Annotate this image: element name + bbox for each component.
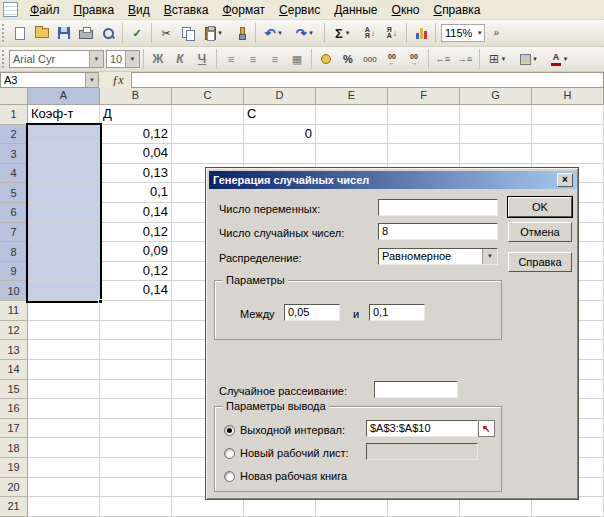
row-header-3[interactable]: 3 [0, 144, 28, 164]
cell-H3[interactable] [532, 144, 604, 164]
sort-descending-button[interactable]: Я А↓ [381, 22, 403, 44]
menu-format[interactable]: Формат [215, 1, 272, 19]
cell-E2[interactable] [316, 125, 388, 145]
cell-B3[interactable]: 0,04 [100, 144, 172, 164]
toolbar-options-button[interactable]: » [485, 22, 507, 44]
cell-B7[interactable]: 0,12 [100, 223, 172, 243]
cell-D3[interactable] [244, 144, 316, 164]
num-randoms-input[interactable]: 8 [378, 223, 498, 240]
row-header-13[interactable]: 13 [0, 340, 28, 360]
print-button[interactable] [75, 22, 97, 44]
format-painter-button[interactable] [230, 22, 252, 44]
between-high-input[interactable]: 0,1 [369, 304, 425, 321]
cell-F21[interactable] [388, 497, 460, 517]
cell-B12[interactable] [100, 321, 172, 341]
output-range-radio[interactable] [224, 425, 235, 436]
chevron-down-icon[interactable]: ▼ [86, 72, 99, 88]
print-preview-button[interactable] [97, 22, 119, 44]
name-box[interactable]: A3 [0, 72, 86, 88]
cell-H21[interactable] [532, 497, 604, 517]
cell-B19[interactable] [100, 458, 172, 478]
cut-button[interactable]: ✂ [155, 22, 177, 44]
save-button[interactable] [53, 22, 75, 44]
cell-F1[interactable] [388, 105, 460, 125]
between-low-input[interactable]: 0,05 [284, 304, 340, 321]
increase-indent-button[interactable]: →≡ [454, 48, 476, 70]
menu-insert[interactable]: Вставка [157, 1, 216, 19]
cell-A13[interactable] [28, 340, 100, 360]
chart-wizard-button[interactable] [410, 22, 432, 44]
row-header-6[interactable]: 6 [0, 203, 28, 223]
row-header-8[interactable]: 8 [0, 242, 28, 262]
cell-H2[interactable] [532, 125, 604, 145]
cell-B6[interactable]: 0,14 [100, 203, 172, 223]
cell-E3[interactable] [316, 144, 388, 164]
row-header-16[interactable]: 16 [0, 399, 28, 419]
cell-A1[interactable]: Коэф-т [28, 105, 100, 125]
sort-ascending-button[interactable]: А Я↓ [359, 22, 381, 44]
cell-A17[interactable] [28, 419, 100, 439]
column-header-F[interactable]: F [388, 88, 460, 105]
row-header-1[interactable]: 1 [0, 105, 28, 125]
row-header-2[interactable]: 2 [0, 125, 28, 145]
new-worksheet-input[interactable] [366, 443, 478, 460]
cell-H1[interactable] [532, 105, 604, 125]
cell-B4[interactable]: 0,13 [100, 164, 172, 184]
row-header-15[interactable]: 15 [0, 380, 28, 400]
column-header-B[interactable]: B [100, 88, 172, 105]
cell-D2[interactable]: 0 [244, 125, 316, 145]
ok-button[interactable]: OK [508, 197, 572, 217]
row-header-4[interactable]: 4 [0, 164, 28, 184]
toolbar-grip[interactable] [2, 24, 7, 42]
cell-C2[interactable] [172, 125, 244, 145]
cell-A20[interactable] [28, 478, 100, 498]
cell-D21[interactable] [244, 497, 316, 517]
cell-G3[interactable] [460, 144, 532, 164]
chevron-down-icon[interactable]: ▼ [125, 51, 139, 67]
cell-B18[interactable] [100, 438, 172, 458]
cell-G1[interactable] [460, 105, 532, 125]
chevron-down-icon[interactable]: ▼ [89, 51, 103, 67]
column-header-E[interactable]: E [316, 88, 388, 105]
underline-button[interactable]: Ч [191, 48, 213, 70]
fill-color-button[interactable]: ▾ [514, 48, 545, 70]
autosum-button[interactable]: Σ▾ [328, 22, 359, 44]
cell-B15[interactable] [100, 380, 172, 400]
bold-button[interactable]: Ж [147, 48, 169, 70]
num-variables-input[interactable] [378, 199, 498, 216]
collapse-dialog-button[interactable]: ↖ [478, 420, 495, 437]
help-button[interactable]: Справка [508, 252, 572, 272]
menu-help[interactable]: Справка [426, 1, 487, 19]
cell-A14[interactable] [28, 360, 100, 380]
close-button[interactable]: × [557, 173, 573, 187]
cell-F3[interactable] [388, 144, 460, 164]
insert-function-button[interactable]: ƒx [105, 73, 131, 88]
percent-style-button[interactable]: % [337, 48, 359, 70]
align-left-button[interactable]: ≡ [220, 48, 242, 70]
output-range-input[interactable]: $A$3:$A$10 [366, 420, 478, 437]
row-header-14[interactable]: 14 [0, 360, 28, 380]
row-header-5[interactable]: 5 [0, 183, 28, 203]
cell-A15[interactable] [28, 380, 100, 400]
cell-B8[interactable]: 0,09 [100, 242, 172, 262]
row-header-12[interactable]: 12 [0, 321, 28, 341]
cell-A18[interactable] [28, 438, 100, 458]
font-size-combo[interactable]: 10▼ [106, 50, 140, 68]
cell-B13[interactable] [100, 340, 172, 360]
menu-file[interactable]: Файл [23, 1, 67, 19]
cell-A16[interactable] [28, 399, 100, 419]
cell-B16[interactable] [100, 399, 172, 419]
cell-B14[interactable] [100, 360, 172, 380]
borders-button[interactable]: ⊞▾ [483, 48, 514, 70]
cell-A12[interactable] [28, 321, 100, 341]
column-header-G[interactable]: G [460, 88, 532, 105]
cell-B10[interactable]: 0,14 [100, 281, 172, 301]
cell-B20[interactable] [100, 478, 172, 498]
cell-E1[interactable] [316, 105, 388, 125]
row-header-18[interactable]: 18 [0, 438, 28, 458]
cell-E21[interactable] [316, 497, 388, 517]
cell-A19[interactable] [28, 458, 100, 478]
column-header-A[interactable]: A [28, 88, 100, 105]
merge-center-button[interactable]: ▦ [286, 48, 308, 70]
cell-A21[interactable] [28, 497, 100, 517]
